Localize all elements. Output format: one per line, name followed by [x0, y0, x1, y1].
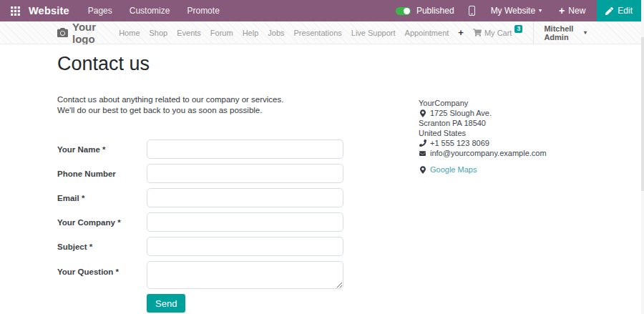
email-line: info@yourcompany.example.com	[419, 148, 547, 158]
form-row-email: Email *	[57, 188, 345, 207]
nav-presentations[interactable]: Presentations	[294, 29, 342, 37]
phone-field[interactable]	[147, 164, 343, 183]
intro-line-1: Contact us about anything related to our…	[57, 94, 283, 105]
address-line-2: Scranton PA 18540	[419, 118, 547, 128]
menu-promote[interactable]: Promote	[187, 6, 219, 16]
contact-info: YourCompany 1725 Slough Ave. Scranton PA…	[419, 98, 547, 175]
nav-jobs[interactable]: Jobs	[268, 29, 284, 37]
app-title: Website	[29, 5, 69, 16]
google-maps-link[interactable]: Google Maps	[430, 165, 477, 175]
cart-count-badge: 3	[514, 25, 522, 33]
email-label: Email *	[57, 194, 147, 202]
subject-field[interactable]	[147, 237, 343, 256]
site-navbar: Your logo Home Shop Events Forum Help Jo…	[0, 21, 644, 44]
intro-text: Contact us about anything related to our…	[57, 94, 283, 115]
published-toggle[interactable]	[396, 7, 411, 15]
phone-icon	[419, 139, 426, 147]
logo-text: Your logo	[72, 21, 119, 45]
pencil-icon	[605, 7, 613, 15]
send-row: Send	[147, 294, 345, 313]
form-row-subject: Subject *	[57, 237, 345, 256]
company-field[interactable]	[147, 212, 343, 232]
company-name-text: YourCompany	[419, 98, 468, 108]
scrollbar-track[interactable]	[641, 0, 644, 314]
nav-home[interactable]: Home	[119, 29, 140, 37]
phone-line: +1 555 123 8069	[419, 138, 547, 148]
phone-label: Phone Number	[57, 170, 147, 178]
google-maps-line: Google Maps	[419, 165, 547, 175]
cart-label: My Cart	[484, 29, 512, 37]
subject-label: Subject *	[57, 242, 147, 251]
edit-label: Edit	[618, 6, 633, 16]
address-line-3: United States	[419, 128, 547, 138]
new-button[interactable]: + New	[559, 6, 585, 16]
page-content: Contact us Contact us about anything rel…	[0, 44, 644, 314]
send-button[interactable]: Send	[147, 294, 185, 313]
address-city-text: Scranton PA 18540	[419, 118, 486, 128]
email-field[interactable]	[147, 188, 343, 207]
user-label: Mitchell Admin	[544, 24, 580, 41]
plus-icon: +	[559, 6, 565, 16]
page-title: Contact us	[57, 53, 150, 75]
email-address-text: info@yourcompany.example.com	[430, 148, 547, 158]
company-label: Your Company *	[57, 218, 147, 227]
apps-grid-icon[interactable]	[6, 0, 24, 21]
mobile-preview-icon[interactable]	[469, 6, 475, 16]
scrollbar-thumb[interactable]	[641, 37, 644, 191]
map-pin-icon	[419, 166, 426, 174]
nav-live-support[interactable]: Live Support	[351, 29, 396, 37]
company-name: YourCompany	[419, 98, 547, 108]
edit-button[interactable]: Edit	[597, 0, 641, 21]
site-logo[interactable]: Your logo	[57, 21, 119, 45]
published-label: Published	[416, 6, 454, 16]
chevron-down-icon: ▾	[584, 30, 587, 36]
chevron-down-icon: ▾	[539, 8, 542, 14]
new-label: New	[568, 6, 585, 16]
publish-group: Published	[396, 6, 454, 16]
name-label: Your Name *	[57, 145, 147, 154]
my-cart-button[interactable]: My Cart 3	[473, 29, 523, 37]
nav-events[interactable]: Events	[177, 29, 201, 37]
menu-pages[interactable]: Pages	[88, 6, 112, 16]
phone-number-text: +1 555 123 8069	[430, 138, 489, 148]
add-page-plus-icon[interactable]: +	[458, 27, 464, 38]
intro-line-2: We'll do our best to get back to you as …	[57, 105, 283, 116]
form-row-phone: Phone Number	[57, 164, 345, 183]
address-street-text: 1725 Slough Ave.	[430, 108, 492, 118]
address-line-1: 1725 Slough Ave.	[419, 108, 547, 118]
form-row-question: Your Question *	[57, 261, 345, 289]
camera-icon	[57, 27, 68, 38]
my-website-label: My Website	[491, 6, 535, 16]
address-country-text: United States	[419, 128, 466, 138]
my-website-dropdown[interactable]: My Website ▾	[491, 6, 542, 16]
question-label: Your Question *	[57, 261, 147, 276]
envelope-icon	[419, 150, 426, 157]
cart-icon	[473, 29, 482, 36]
map-pin-icon	[419, 109, 426, 117]
name-field[interactable]	[147, 139, 343, 159]
form-row-company: Your Company *	[57, 212, 345, 232]
question-field[interactable]	[147, 261, 343, 289]
nav-help[interactable]: Help	[243, 29, 259, 37]
user-menu[interactable]: Mitchell Admin ▾	[533, 21, 587, 44]
nav-shop[interactable]: Shop	[150, 29, 168, 37]
site-nav-menu: Home Shop Events Forum Help Jobs Present…	[119, 21, 587, 44]
admin-menu: Pages Customize Promote	[88, 6, 220, 16]
nav-forum[interactable]: Forum	[210, 29, 233, 37]
admin-topbar: Website Pages Customize Promote Publishe…	[0, 0, 644, 21]
menu-customize[interactable]: Customize	[130, 6, 170, 16]
form-row-name: Your Name *	[57, 139, 345, 159]
nav-appointment[interactable]: Appointment	[405, 29, 449, 37]
contact-form: Your Name * Phone Number Email * Your Co…	[57, 139, 345, 313]
